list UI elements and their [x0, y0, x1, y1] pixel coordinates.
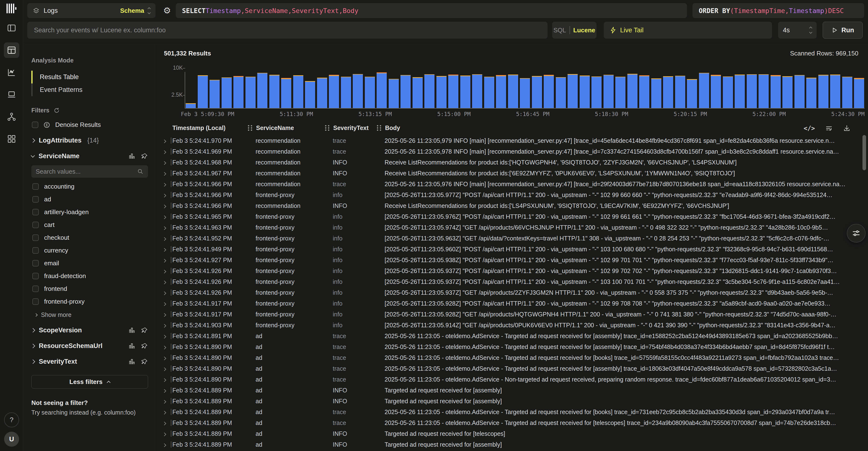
group-pin-icon[interactable]	[141, 153, 148, 160]
table-row[interactable]: Feb 3 5:24:41.917 PMfrontend-proxyinfo[2…	[155, 298, 868, 309]
run-button[interactable]: Run	[823, 22, 863, 38]
service-filter-checkout[interactable]: checkout	[31, 231, 148, 244]
histogram-bar[interactable]	[448, 74, 458, 108]
histogram-bar[interactable]	[186, 103, 196, 108]
histogram-bars[interactable]	[185, 72, 865, 109]
refresh-interval-stepper[interactable]: 4s	[778, 22, 817, 38]
table-row[interactable]: Feb 3 5:24:41.889 PMadtrace2025-05-26 11…	[155, 407, 868, 417]
histogram-bar[interactable]	[436, 76, 446, 108]
service-filter-ad[interactable]: ad	[31, 193, 148, 206]
checkbox[interactable]	[32, 260, 39, 267]
histogram-bar[interactable]	[663, 76, 673, 108]
mode-results-table[interactable]: Results Table	[31, 71, 148, 84]
filter-group-severitytext[interactable]: SeverityText	[31, 358, 148, 365]
table-row[interactable]: Feb 3 5:24:41.889 PMadtrace2025-05-26 11…	[155, 417, 868, 428]
log-volume-histogram[interactable]: 10K 2.5K Feb 3 5:09:30 PM5:11:30 PM5:13:…	[164, 67, 865, 117]
histogram-bar[interactable]	[508, 74, 518, 108]
row-expand-chevron[interactable]	[163, 278, 166, 285]
drag-handle-icon[interactable]	[247, 125, 253, 131]
clickhouse-logo-icon[interactable]	[0, 0, 23, 17]
row-expand-chevron[interactable]	[163, 256, 166, 264]
service-filter-artillery-loadgen[interactable]: artillery-loadgen	[31, 206, 148, 218]
table-row[interactable]: Feb 3 5:24:41.966 PMfrontend-proxyinfo[2…	[155, 189, 868, 200]
less-filters-button[interactable]: Less filters	[31, 375, 148, 389]
source-selector[interactable]: Logs Schema	[27, 3, 156, 18]
table-row[interactable]: Feb 3 5:24:41.949 PMfrontend-proxyinfo[2…	[155, 244, 868, 254]
row-expand-chevron[interactable]	[163, 202, 166, 209]
download-icon[interactable]	[843, 124, 850, 132]
histogram-bar[interactable]	[401, 75, 411, 108]
live-tail-button[interactable]: Live Tail	[604, 22, 772, 38]
stepper-arrows-icon[interactable]	[810, 27, 812, 33]
row-expand-chevron[interactable]	[163, 419, 166, 426]
service-filter-cart[interactable]: cart	[31, 218, 148, 231]
table-row[interactable]: Feb 3 5:24:41.965 PMfrontend-proxyinfo[2…	[155, 211, 868, 222]
row-expand-chevron[interactable]	[163, 430, 166, 437]
filter-group-resourceschemaurl[interactable]: ResourceSchemaUrl	[31, 342, 148, 350]
checkbox[interactable]	[32, 196, 39, 203]
row-expand-chevron[interactable]	[163, 321, 166, 329]
histogram-bar[interactable]	[830, 74, 840, 108]
sidebar-item-sessions[interactable]	[0, 84, 23, 106]
histogram-bar[interactable]	[603, 75, 614, 108]
histogram-bar[interactable]	[842, 77, 852, 108]
table-row[interactable]: Feb 3 5:24:41.966 PMrecommendationINFORe…	[155, 200, 868, 211]
row-expand-chevron[interactable]	[163, 213, 166, 220]
group-pin-icon[interactable]	[141, 327, 148, 334]
histogram-bar[interactable]	[281, 78, 291, 108]
service-filter-fraud-detection[interactable]: fraud-detection	[31, 270, 148, 282]
denoise-checkbox[interactable]	[32, 122, 38, 128]
histogram-bar[interactable]	[687, 79, 697, 108]
row-expand-chevron[interactable]	[163, 354, 166, 361]
histogram-bar[interactable]	[818, 75, 829, 108]
table-row[interactable]: Feb 3 5:24:41.890 PMadtrace2025-05-26 11…	[155, 341, 868, 352]
histogram-bar[interactable]	[412, 77, 423, 108]
help-button[interactable]: ?	[4, 413, 19, 427]
service-filter-frontend[interactable]: frontend	[31, 282, 148, 295]
group-chart-icon[interactable]	[128, 327, 135, 334]
histogram-bar[interactable]	[424, 74, 434, 108]
filter-group-servicename[interactable]: ServiceName	[31, 152, 148, 160]
row-expand-chevron[interactable]	[163, 180, 166, 188]
sidebar-item-service-map[interactable]	[0, 106, 23, 128]
group-chart-icon[interactable]	[128, 153, 135, 160]
histogram-bar[interactable]	[782, 76, 793, 108]
histogram-bar[interactable]	[854, 78, 864, 108]
table-row[interactable]: Feb 3 5:24:41.889 PMadINFOTargeted ad re…	[155, 385, 868, 395]
search-input[interactable]: Search your events w/ Lucene ex. column:…	[27, 22, 548, 38]
histogram-bar[interactable]	[556, 77, 566, 108]
histogram-bar[interactable]	[210, 80, 220, 108]
checkbox[interactable]	[32, 209, 39, 215]
histogram-bar[interactable]	[377, 72, 387, 108]
checkbox[interactable]	[32, 298, 39, 305]
histogram-bar[interactable]	[198, 75, 208, 108]
histogram-bar[interactable]	[771, 75, 781, 108]
mode-event-patterns[interactable]: Event Patterns	[31, 84, 148, 96]
table-row[interactable]: Feb 3 5:24:41.970 PMrecommendationtrace2…	[155, 135, 868, 146]
row-expand-chevron[interactable]	[163, 137, 166, 144]
histogram-bar[interactable]	[234, 76, 244, 108]
group-chart-icon[interactable]	[128, 342, 135, 350]
table-row[interactable]: Feb 3 5:24:41.968 PMrecommendationINFORe…	[155, 157, 868, 168]
table-row[interactable]: Feb 3 5:24:41.966 PMrecommendationtrace2…	[155, 178, 868, 189]
filter-group-logattributes[interactable]: LogAttributes {14}	[31, 137, 148, 144]
vertical-scrollbar[interactable]	[863, 135, 866, 170]
histogram-bar[interactable]	[496, 75, 506, 108]
checkbox[interactable]	[32, 247, 39, 254]
histogram-bar[interactable]	[520, 78, 530, 108]
col-severitytext[interactable]: SeverityText	[324, 124, 369, 131]
table-row[interactable]: Feb 3 5:24:41.890 PMadtrace2025-05-26 11…	[155, 363, 868, 374]
table-row[interactable]: Feb 3 5:24:41.889 PMadINFOTargeted ad re…	[155, 439, 868, 450]
denoise-results-toggle[interactable]: Denoise Results	[31, 121, 148, 128]
sidebar-item-panels[interactable]	[0, 17, 23, 39]
col-body[interactable]: Body	[376, 124, 400, 131]
row-expand-chevron[interactable]	[163, 300, 166, 307]
sql-order-by-editor[interactable]: ORDER BY (TimestampTime, Timestamp) DESC	[692, 3, 864, 18]
row-expand-chevron[interactable]	[163, 397, 166, 405]
column-settings-fab[interactable]	[847, 224, 866, 243]
histogram-bar[interactable]	[341, 77, 351, 108]
table-row[interactable]: Feb 3 5:24:41.927 PMfrontend-proxyinfo[2…	[155, 254, 868, 265]
histogram-bar[interactable]	[806, 78, 816, 108]
table-row[interactable]: Feb 3 5:24:41.952 PMfrontend-proxyinfo[2…	[155, 233, 868, 244]
histogram-bar[interactable]	[651, 79, 661, 108]
